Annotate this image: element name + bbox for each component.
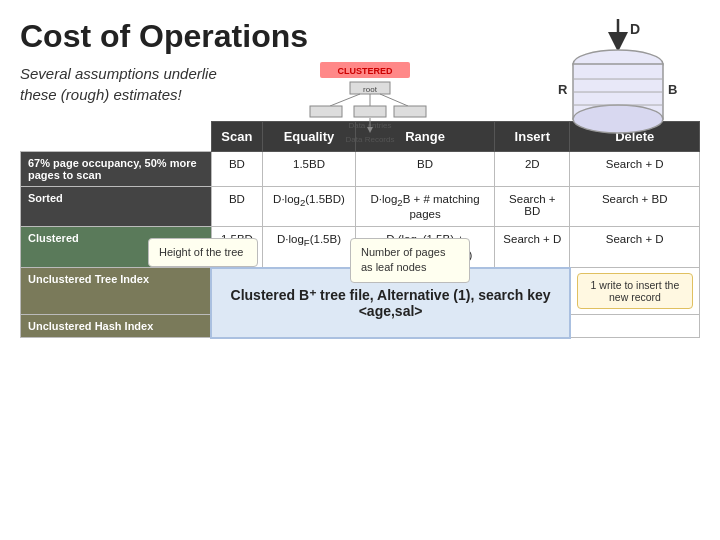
page-container: Cost of Operations Several assumptions u… bbox=[0, 0, 720, 540]
subtitle-line2: these (rough) estimates! bbox=[20, 86, 182, 103]
write-note: 1 write to insert the new record bbox=[577, 273, 693, 309]
svg-line-4 bbox=[330, 94, 360, 106]
svg-text:Data Records: Data Records bbox=[346, 135, 395, 144]
svg-rect-9 bbox=[394, 106, 426, 117]
cell-sorted-range: D·log2B + # matching pages bbox=[355, 187, 494, 227]
db-illustration: D R B bbox=[540, 14, 700, 144]
row-label-unclustered-tree: Unclustered Tree Index bbox=[21, 268, 212, 315]
svg-line-6 bbox=[380, 94, 408, 106]
cell-sorted-delete: Search + BD bbox=[570, 187, 700, 227]
cell-clustered-equality: D·logF(1.5B) bbox=[263, 227, 356, 268]
table-row: 67% page occupancy, 50% more pages to sc… bbox=[21, 152, 700, 187]
row-label-heap: 67% page occupancy, 50% more pages to sc… bbox=[21, 152, 212, 187]
svg-text:R: R bbox=[558, 82, 568, 97]
cell-heap-scan: BD bbox=[211, 152, 262, 187]
cell-clustered-insert: Search + D bbox=[495, 227, 570, 268]
svg-rect-8 bbox=[354, 106, 386, 117]
diagram-svg: CLUSTERED root Data entries Data Records bbox=[290, 60, 450, 150]
cell-heap-delete: Search + D bbox=[570, 152, 700, 187]
cell-heap-insert: 2D bbox=[495, 152, 570, 187]
table-row: Sorted BD D·log2(1.5BD) D·log2B + # matc… bbox=[21, 187, 700, 227]
cell-heap-equality: 1.5BD bbox=[263, 152, 356, 187]
cell-sorted-scan: BD bbox=[211, 187, 262, 227]
cell-uchash-delete bbox=[570, 315, 700, 338]
main-table-wrapper: Scan Equality Range Insert Delete 67% pa… bbox=[20, 121, 700, 339]
cell-sorted-insert: Search + BD bbox=[495, 187, 570, 227]
tooltip-number: Number of pages as leaf nodes bbox=[350, 238, 470, 283]
svg-text:root: root bbox=[363, 85, 378, 94]
cost-table: Scan Equality Range Insert Delete 67% pa… bbox=[20, 121, 700, 339]
row-label-sorted: Sorted bbox=[21, 187, 212, 227]
svg-rect-7 bbox=[310, 106, 342, 117]
cell-heap-range: BD bbox=[355, 152, 494, 187]
col-header-0 bbox=[21, 122, 212, 152]
db-svg: D R B bbox=[540, 14, 700, 144]
subtitle-line1: Several assumptions underlie bbox=[20, 65, 217, 82]
svg-text:B: B bbox=[668, 82, 677, 97]
row-label-unclustered-hash: Unclustered Hash Index bbox=[21, 315, 212, 338]
svg-text:D: D bbox=[630, 21, 640, 37]
cell-sorted-equality: D·log2(1.5BD) bbox=[263, 187, 356, 227]
subtitle: Several assumptions underlie these (roug… bbox=[20, 63, 300, 105]
clustered-diagram: CLUSTERED root Data entries Data Records bbox=[290, 60, 450, 150]
cell-clustered-delete: Search + D bbox=[570, 227, 700, 268]
tooltip-height: Height of the tree bbox=[148, 238, 258, 267]
cell-uctree-delete: 1 write to insert the new record bbox=[570, 268, 700, 315]
col-header-scan: Scan bbox=[211, 122, 262, 152]
svg-point-17 bbox=[573, 105, 663, 133]
svg-text:CLUSTERED: CLUSTERED bbox=[337, 66, 393, 76]
